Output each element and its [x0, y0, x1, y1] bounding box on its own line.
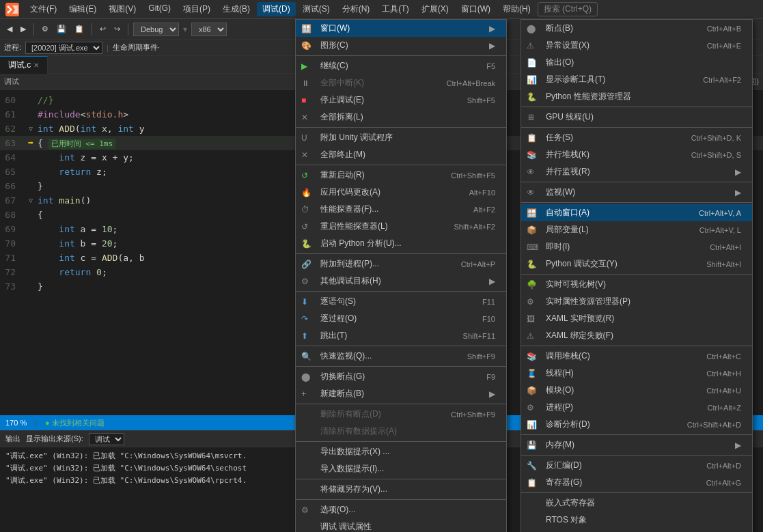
submenu-arrow-bp: ▶	[489, 389, 495, 399]
debug-menu-continue[interactable]: ▶ 继续(C) F5	[296, 57, 506, 74]
window-sub-registers[interactable]: 📋 寄存器(G) Ctrl+Alt+G	[521, 474, 752, 491]
window-sub-callstack[interactable]: 📚 调用堆栈(C) Ctrl+Alt+C	[521, 348, 752, 365]
debug-menu-quickwatch[interactable]: 🔍 快速监视(Q)... Shift+F9	[296, 348, 506, 365]
toolbar-btn-1[interactable]: ⚙	[39, 23, 51, 35]
back-button[interactable]: ◀	[4, 23, 15, 35]
debug-menu-export-tips[interactable]: 导出数据提示(X) ...	[296, 443, 506, 460]
window-sub-memory[interactable]: 💾 内存(M) ▶	[521, 436, 752, 453]
debug-menu-window[interactable]: 🪟 窗口(W) ▶	[296, 20, 506, 37]
window-sub-processes[interactable]: ⚙ 进程(P) Ctrl+Alt+Z	[521, 399, 752, 416]
window-sub-embedded-reg[interactable]: 嵌入式寄存器	[521, 494, 752, 512]
window-sub-rtos[interactable]: RTOS 对象	[521, 512, 752, 529]
undo-button[interactable]: ↩	[97, 23, 109, 35]
debug-menu-detach[interactable]: ✕ 全部拆离(L)	[296, 109, 506, 126]
debug-menu-graphics[interactable]: 🎨 图形(C) ▶	[296, 37, 506, 54]
debug-menu-perf[interactable]: ⏱ 性能探查器(F)... Alt+F2	[296, 201, 506, 218]
tab-close-button[interactable]: ✕	[33, 61, 39, 69]
debug-menu-restart-perf[interactable]: ↺ 重启性能探查器(L) Shift+Alt+F2	[296, 218, 506, 235]
window-sub-tasks[interactable]: 📋 任务(S) Ctrl+Shift+D, K	[521, 129, 752, 146]
process-dropdown[interactable]: [20020] 调试.exe	[25, 42, 102, 54]
menu-edit[interactable]: 编辑(E)	[64, 2, 102, 16]
toolbar-btn-2[interactable]: 💾	[54, 23, 69, 35]
window-sub-output[interactable]: 📄 输出(O)	[521, 54, 752, 71]
debug-menu-options[interactable]: ⚙ 选项(O)...	[296, 501, 506, 518]
menu-help[interactable]: 帮助(H)	[497, 2, 536, 16]
debug-menu-continue-label: 继续(C)	[320, 60, 348, 72]
menu-test[interactable]: 测试(S)	[297, 2, 335, 16]
window-sub-modules[interactable]: 📦 模块(O) Ctrl+Alt+U	[521, 382, 752, 399]
debug-menu-step-out-label: 跳出(T)	[320, 330, 347, 341]
menu-extensions[interactable]: 扩展(X)	[416, 2, 454, 16]
window-sub-diag2[interactable]: 📊 诊断分析(D) Ctrl+Shift+Alt+D	[521, 416, 752, 433]
window-sub-auto[interactable]: 🪟 自动窗口(A) Ctrl+Alt+V, A	[521, 204, 752, 221]
window-sub-immediate[interactable]: ⌨ 即时(I) Ctrl+Alt+I	[521, 238, 752, 255]
debug-menu-stop[interactable]: ■ 停止调试(E) Shift+F5	[296, 92, 506, 109]
debug-menu-new-bp[interactable]: + 新建断点(B) ▶	[296, 385, 506, 402]
debug-menu-delete-all-bp[interactable]: 删除所有断点(D) Ctrl+Shift+F9	[296, 406, 506, 423]
window-sub-breakpoints[interactable]: ⬤ 断点(B) Ctrl+Alt+B	[521, 20, 752, 37]
window-submenu: ⬤ 断点(B) Ctrl+Alt+B ⚠ 异常设置(X) Ctrl+Alt+E …	[521, 19, 753, 532]
debug-config-dropdown[interactable]: Debug	[133, 23, 179, 36]
window-sub-modules-label: 模块(O)	[546, 384, 574, 396]
live-props-icon: ⚙	[527, 297, 534, 307]
debug-menu-step-into[interactable]: ⬇ 逐语句(S) F11	[296, 293, 506, 310]
debug-menu-step-over[interactable]: ↷ 逐过程(O) F10	[296, 310, 506, 327]
menu-view[interactable]: 视图(V)	[103, 2, 141, 16]
debug-menu-python[interactable]: 🐍 启动 Python 分析(U)...	[296, 235, 506, 252]
menu-project[interactable]: 项目(P)	[178, 2, 216, 16]
toolbar-btn-3[interactable]: 📋	[72, 23, 87, 35]
window-sub-threads[interactable]: 🧵 线程(H) Ctrl+Alt+H	[521, 365, 752, 382]
menu-analyze[interactable]: 分析(N)	[337, 2, 376, 16]
debug-menu-break-all[interactable]: ⏸ 全部中断(K) Ctrl+Alt+Break	[296, 74, 506, 92]
window-sub-parallel-watch[interactable]: 👁 并行监视(R) ▶	[521, 163, 752, 180]
attach-shortcut: Ctrl+Alt+P	[461, 260, 495, 268]
window-sub-xaml-fail[interactable]: ⚠ XAML 绑定失败(F)	[521, 327, 752, 344]
submenu-arrow-memory: ▶	[735, 440, 741, 450]
debug-menu-terminate-all[interactable]: ✕ 全部终止(M)	[296, 146, 506, 163]
window-sub-exceptions[interactable]: ⚠ 异常设置(X) Ctrl+Alt+E	[521, 37, 752, 54]
window-sub-live-props[interactable]: ⚙ 实时属性资源管理器(P)	[521, 293, 752, 310]
debug-menu-apply-code[interactable]: 🔥 应用代码更改(A) Alt+F10	[296, 184, 506, 201]
redo-button[interactable]: ↪	[111, 23, 123, 35]
debug-menu-unity[interactable]: U 附加 Unity 调试程序	[296, 129, 506, 146]
window-sub-disasm[interactable]: 🔧 反汇编(D) Ctrl+Alt+D	[521, 457, 752, 474]
window-sub-live-tree[interactable]: 🌳 实时可视化树(V)	[521, 276, 752, 293]
menu-search[interactable]: 搜索 (Ctrl+Q)	[538, 2, 598, 16]
debug-menu-import-tips[interactable]: 导入数据提示(I)...	[296, 460, 506, 477]
forward-button[interactable]: ▶	[18, 23, 29, 35]
debug-menu-other-targets[interactable]: ⚙ 其他调试目标(H) ▶	[296, 272, 506, 290]
window-sub-xaml-preview[interactable]: 🖼 XAML 实时预览(R)	[521, 310, 752, 327]
debug-menu-step-out[interactable]: ⬆ 跳出(T) Shift+F11	[296, 327, 506, 344]
window-sub-gpu[interactable]: 🖥 GPU 线程(U)	[521, 109, 752, 126]
window-sub-watch[interactable]: 👁 监视(W) ▶	[521, 184, 752, 201]
window-sub-diag[interactable]: 📊 显示诊断工具(T) Ctrl+Alt+F2	[521, 71, 752, 88]
window-sub-python-perf[interactable]: 🐍 Python 性能资源管理器	[521, 88, 752, 105]
debug-menu-clear-tips[interactable]: 清除所有数据提示(A)	[296, 423, 506, 440]
break-all-shortcut: Ctrl+Alt+Break	[446, 79, 495, 87]
locals-icon: 📦	[527, 225, 537, 235]
menu-file[interactable]: 文件(F)	[25, 2, 62, 16]
menu-tools[interactable]: 工具(T)	[376, 2, 414, 16]
other-targets-icon: ⚙	[301, 277, 309, 286]
debug-menu-toggle-bp[interactable]: ⬤ 切换断点(G) F9	[296, 368, 506, 385]
window-sub-parallel-stack[interactable]: 📚 并行堆栈(K) Ctrl+Shift+D, S	[521, 146, 752, 163]
menu-build[interactable]: 生成(B)	[217, 2, 255, 16]
debug-menu-attach[interactable]: 🔗 附加到进程(P)... Ctrl+Alt+P	[296, 255, 506, 272]
threads-shortcut: Ctrl+Alt+H	[706, 369, 741, 378]
menu-git[interactable]: Git(G)	[143, 2, 176, 16]
menu-debug[interactable]: 调试(D)	[257, 2, 296, 16]
step-over-icon: ↷	[301, 314, 308, 324]
window-sub-parallel-watch-label: 并行监视(R)	[546, 166, 590, 178]
window-sub-locals[interactable]: 📦 局部变量(L) Ctrl+Alt+V, L	[521, 221, 752, 238]
window-sub-python-debug[interactable]: 🐍 Python 调试交互(Y) Shift+Alt+I	[521, 255, 752, 272]
debug-menu-detach-label: 全部拆离(L)	[320, 111, 363, 123]
debug-menu-save-dump[interactable]: 将储藏另存为(V)...	[296, 481, 506, 498]
window-sub-gpu-label: GPU 线程(U)	[546, 111, 594, 123]
debug-menu-properties[interactable]: 调试 调试属性	[296, 518, 506, 532]
arch-dropdown[interactable]: x86	[191, 23, 227, 36]
tab-debug-c[interactable]: 调试.c ✕	[0, 56, 48, 74]
debug-menu-restart[interactable]: ↺ 重新启动(R) Ctrl+Shift+F5	[296, 167, 506, 184]
menu-window[interactable]: 窗口(W)	[456, 2, 496, 16]
process-label: 进程:	[4, 42, 21, 53]
output-source-select[interactable]: 调试	[89, 433, 124, 445]
